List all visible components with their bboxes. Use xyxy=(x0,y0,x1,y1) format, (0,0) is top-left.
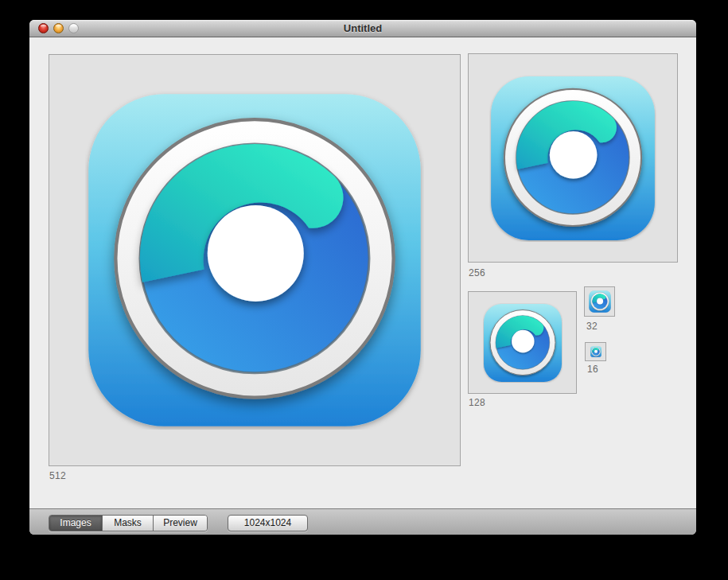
tab-masks[interactable]: Masks xyxy=(102,516,153,531)
preview-box-16[interactable] xyxy=(585,342,606,361)
preview-box-256[interactable] xyxy=(468,53,678,263)
titlebar[interactable]: Untitled xyxy=(29,20,696,37)
app-icon-512 xyxy=(85,91,424,430)
size-label-128: 128 xyxy=(469,397,485,408)
app-window: Untitled 512 256 128 32 16 Images Masks … xyxy=(29,20,696,535)
app-icon-32 xyxy=(589,290,611,313)
bottom-toolbar: Images Masks Preview 1024x1024 xyxy=(29,508,696,535)
app-icon-16 xyxy=(590,346,601,357)
content-area: 512 256 128 32 16 xyxy=(29,37,696,508)
size-label-32: 32 xyxy=(586,321,598,332)
desktop-background: { "window": { "title": "Untitled" }, "tr… xyxy=(0,0,728,580)
app-icon-128 xyxy=(483,303,563,383)
preview-box-512[interactable] xyxy=(49,54,461,466)
view-segmented-control: Images Masks Preview xyxy=(49,515,208,531)
tab-preview[interactable]: Preview xyxy=(153,516,207,531)
app-icon-256 xyxy=(489,75,656,242)
preview-box-128[interactable] xyxy=(468,291,577,394)
window-title: Untitled xyxy=(29,20,696,37)
size-label-256: 256 xyxy=(469,267,485,278)
size-label-16: 16 xyxy=(587,364,598,375)
tab-images[interactable]: Images xyxy=(49,516,102,531)
size-label-512: 512 xyxy=(49,470,66,481)
preview-box-32[interactable] xyxy=(584,286,615,317)
size-1024-button[interactable]: 1024x1024 xyxy=(228,515,308,531)
